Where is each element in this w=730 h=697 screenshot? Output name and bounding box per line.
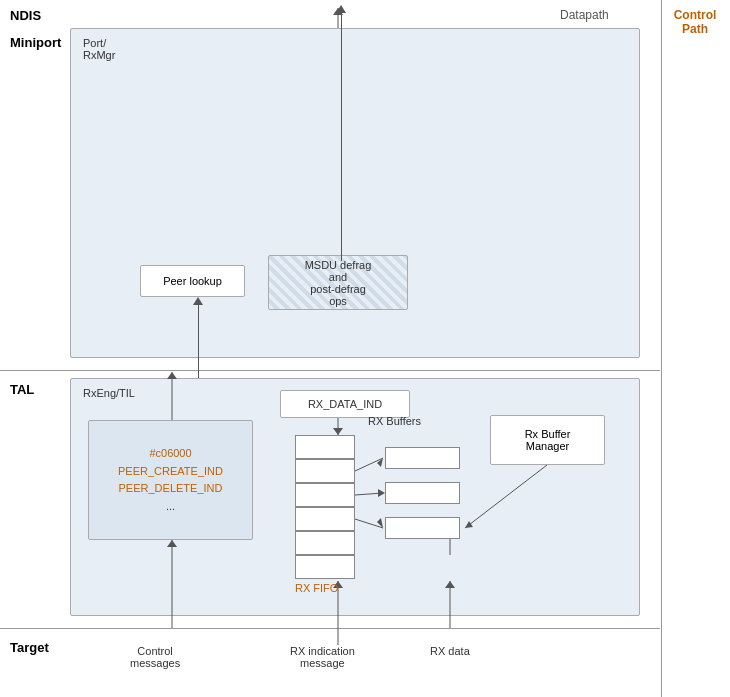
- fifo-box-4: [295, 507, 355, 531]
- fifo-box-3: [295, 483, 355, 507]
- fifo-box-6: [295, 555, 355, 579]
- port-rxmgr-label: Port/RxMgr: [83, 37, 115, 61]
- vertical-divider: [661, 0, 662, 697]
- rx-buf-box-3: [385, 517, 460, 539]
- peer-lookup-text: Peer lookup: [163, 275, 222, 287]
- control-path-label: Control Path: [665, 8, 725, 36]
- msdu-defrag-box: MSDU defragandpost-defrag ops: [268, 255, 408, 310]
- rx-buf-box-1: [385, 447, 460, 469]
- datapath-label: Datapath: [560, 8, 609, 22]
- rx-buffer-manager-text: Rx BufferManager: [525, 428, 571, 452]
- diagram-container: NDIS Datapath Control Path Miniport TAL …: [0, 0, 730, 697]
- fifo-box-2: [295, 459, 355, 483]
- arrow-peer-lookup-up: [193, 297, 203, 380]
- rx-buffer-manager-box: Rx BufferManager: [490, 415, 605, 465]
- peer-create-box: #c06000 PEER_CREATE_IND PEER_DELETE_IND …: [88, 420, 253, 540]
- rx-indication-label: RX indicationmessage: [290, 645, 355, 669]
- peer-create-text: #c06000 PEER_CREATE_IND PEER_DELETE_IND …: [118, 445, 223, 515]
- rx-data-ind-text: RX_DATA_IND: [308, 398, 382, 410]
- tal-target-divider: [0, 628, 660, 629]
- fifo-box-1: [295, 435, 355, 459]
- miniport-label: Miniport: [10, 35, 61, 50]
- fifo-box-5: [295, 531, 355, 555]
- rx-buffers-label: RX Buffers: [368, 415, 421, 427]
- rxeng-til-label: RxEng/TIL: [83, 387, 135, 399]
- msdu-defrag-text: MSDU defragandpost-defrag ops: [304, 259, 373, 307]
- peer-lookup-box: Peer lookup: [140, 265, 245, 297]
- rx-data-ind-box: RX_DATA_IND: [280, 390, 410, 418]
- rx-buf-box-2: [385, 482, 460, 504]
- ndis-label: NDIS: [10, 8, 41, 23]
- rx-fifo-label: RX FIFO: [295, 582, 338, 594]
- tal-label: TAL: [10, 382, 34, 397]
- rx-data-label: RX data: [430, 645, 470, 657]
- target-label: Target: [10, 640, 49, 655]
- ndis-tal-divider: [0, 370, 660, 371]
- control-messages-label: Controlmessages: [130, 645, 180, 669]
- arrow-up-top: [336, 5, 346, 261]
